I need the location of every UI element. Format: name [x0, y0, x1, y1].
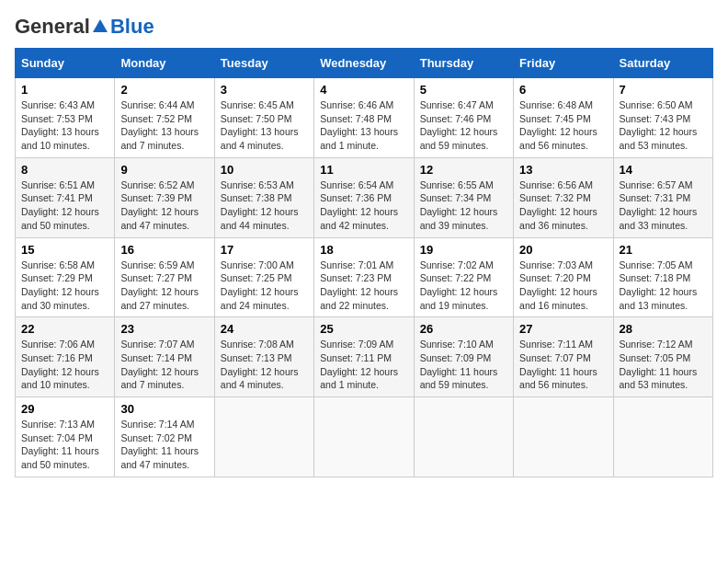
- day-detail: Sunrise: 7:12 AMSunset: 7:05 PMDaylight:…: [620, 339, 698, 390]
- day-number: 4: [320, 83, 407, 97]
- day-number: 23: [120, 322, 208, 336]
- calendar-cell: 3 Sunrise: 6:45 AMSunset: 7:50 PMDayligh…: [214, 78, 313, 158]
- day-number: 29: [21, 402, 108, 416]
- calendar-cell: 24 Sunrise: 7:08 AMSunset: 7:13 PMDaylig…: [214, 317, 313, 397]
- day-detail: Sunrise: 6:43 AMSunset: 7:53 PMDaylight:…: [21, 99, 99, 151]
- day-number: 2: [120, 83, 208, 97]
- day-detail: Sunrise: 6:53 AMSunset: 7:38 PMDaylight:…: [221, 179, 299, 231]
- calendar-cell: 10 Sunrise: 6:53 AMSunset: 7:38 PMDaylig…: [214, 157, 313, 237]
- day-number: 22: [21, 322, 108, 336]
- day-number: 9: [120, 163, 208, 177]
- header-thursday: Thursday: [414, 49, 513, 78]
- calendar-cell: 11 Sunrise: 6:54 AMSunset: 7:36 PMDaylig…: [314, 157, 414, 237]
- day-number: 16: [120, 243, 208, 257]
- header: General Blue: [15, 15, 713, 39]
- day-detail: Sunrise: 7:00 AMSunset: 7:25 PMDaylight:…: [221, 259, 299, 311]
- calendar-table: Sunday Monday Tuesday Wednesday Thursday…: [15, 48, 713, 477]
- calendar-cell: 14 Sunrise: 6:57 AMSunset: 7:31 PMDaylig…: [613, 157, 712, 237]
- calendar-cell: 26 Sunrise: 7:10 AMSunset: 7:09 PMDaylig…: [414, 317, 513, 397]
- calendar-cell: 21 Sunrise: 7:05 AMSunset: 7:18 PMDaylig…: [613, 237, 712, 317]
- calendar-week-row: 29 Sunrise: 7:13 AMSunset: 7:04 PMDaylig…: [16, 397, 713, 477]
- calendar-cell: 1 Sunrise: 6:43 AMSunset: 7:53 PMDayligh…: [16, 78, 115, 158]
- day-detail: Sunrise: 6:59 AMSunset: 7:27 PMDaylight:…: [120, 259, 199, 311]
- day-number: 18: [320, 243, 407, 257]
- calendar-cell: 8 Sunrise: 6:51 AMSunset: 7:41 PMDayligh…: [16, 157, 115, 237]
- calendar-cell: 15 Sunrise: 6:58 AMSunset: 7:29 PMDaylig…: [16, 237, 115, 317]
- calendar-cell: 6 Sunrise: 6:48 AMSunset: 7:45 PMDayligh…: [514, 78, 613, 158]
- calendar-cell: 16 Sunrise: 6:59 AMSunset: 7:27 PMDaylig…: [115, 237, 214, 317]
- day-number: 28: [620, 322, 707, 336]
- day-detail: Sunrise: 6:45 AMSunset: 7:50 PMDaylight:…: [221, 99, 299, 151]
- calendar-cell: [414, 397, 513, 477]
- day-detail: Sunrise: 6:56 AMSunset: 7:32 PMDaylight:…: [519, 179, 597, 231]
- calendar-cell: 22 Sunrise: 7:06 AMSunset: 7:16 PMDaylig…: [16, 317, 115, 397]
- day-number: 26: [420, 322, 507, 336]
- calendar-cell: 7 Sunrise: 6:50 AMSunset: 7:43 PMDayligh…: [613, 78, 712, 158]
- calendar-cell: 2 Sunrise: 6:44 AMSunset: 7:52 PMDayligh…: [115, 78, 214, 158]
- calendar-cell: 20 Sunrise: 7:03 AMSunset: 7:20 PMDaylig…: [514, 237, 613, 317]
- calendar-cell: [214, 397, 313, 477]
- calendar-cell: 4 Sunrise: 6:46 AMSunset: 7:48 PMDayligh…: [314, 78, 414, 158]
- day-number: 25: [320, 322, 407, 336]
- day-number: 13: [519, 163, 607, 177]
- day-detail: Sunrise: 6:51 AMSunset: 7:41 PMDaylight:…: [21, 179, 99, 231]
- day-detail: Sunrise: 7:02 AMSunset: 7:22 PMDaylight:…: [420, 259, 498, 311]
- day-detail: Sunrise: 7:14 AMSunset: 7:02 PMDaylight:…: [120, 419, 199, 470]
- day-number: 20: [519, 243, 607, 257]
- day-detail: Sunrise: 6:54 AMSunset: 7:36 PMDaylight:…: [320, 179, 398, 231]
- day-number: 12: [420, 163, 507, 177]
- day-detail: Sunrise: 7:09 AMSunset: 7:11 PMDaylight:…: [320, 339, 398, 390]
- day-detail: Sunrise: 7:01 AMSunset: 7:23 PMDaylight:…: [320, 259, 398, 311]
- header-sunday: Sunday: [16, 49, 115, 78]
- day-number: 8: [21, 163, 108, 177]
- day-number: 15: [21, 243, 108, 257]
- day-number: 6: [519, 83, 607, 97]
- header-monday: Monday: [115, 49, 214, 78]
- day-detail: Sunrise: 6:52 AMSunset: 7:39 PMDaylight:…: [120, 179, 199, 231]
- calendar-cell: 19 Sunrise: 7:02 AMSunset: 7:22 PMDaylig…: [414, 237, 513, 317]
- day-detail: Sunrise: 6:50 AMSunset: 7:43 PMDaylight:…: [620, 99, 698, 151]
- calendar-cell: [613, 397, 712, 477]
- day-detail: Sunrise: 7:05 AMSunset: 7:18 PMDaylight:…: [620, 259, 698, 311]
- calendar-cell: 5 Sunrise: 6:47 AMSunset: 7:46 PMDayligh…: [414, 78, 513, 158]
- logo-blue: Blue: [110, 15, 154, 39]
- calendar-cell: 28 Sunrise: 7:12 AMSunset: 7:05 PMDaylig…: [613, 317, 712, 397]
- day-number: 1: [21, 83, 108, 97]
- calendar-cell: 17 Sunrise: 7:00 AMSunset: 7:25 PMDaylig…: [214, 237, 313, 317]
- logo-general: General: [15, 15, 90, 39]
- calendar-cell: 12 Sunrise: 6:55 AMSunset: 7:34 PMDaylig…: [414, 157, 513, 237]
- calendar-week-row: 1 Sunrise: 6:43 AMSunset: 7:53 PMDayligh…: [16, 78, 713, 158]
- day-detail: Sunrise: 7:13 AMSunset: 7:04 PMDaylight:…: [21, 419, 99, 470]
- calendar-cell: 30 Sunrise: 7:14 AMSunset: 7:02 PMDaylig…: [115, 397, 214, 477]
- day-detail: Sunrise: 7:07 AMSunset: 7:14 PMDaylight:…: [120, 339, 199, 390]
- day-detail: Sunrise: 6:57 AMSunset: 7:31 PMDaylight:…: [620, 179, 698, 231]
- day-detail: Sunrise: 6:44 AMSunset: 7:52 PMDaylight:…: [120, 99, 199, 151]
- day-number: 5: [420, 83, 507, 97]
- calendar-cell: 13 Sunrise: 6:56 AMSunset: 7:32 PMDaylig…: [514, 157, 613, 237]
- day-number: 21: [620, 243, 707, 257]
- day-detail: Sunrise: 7:11 AMSunset: 7:07 PMDaylight:…: [519, 339, 597, 390]
- day-number: 11: [320, 163, 407, 177]
- day-number: 14: [620, 163, 707, 177]
- calendar-cell: 29 Sunrise: 7:13 AMSunset: 7:04 PMDaylig…: [16, 397, 115, 477]
- calendar-cell: [514, 397, 613, 477]
- calendar-cell: 9 Sunrise: 6:52 AMSunset: 7:39 PMDayligh…: [115, 157, 214, 237]
- day-detail: Sunrise: 7:06 AMSunset: 7:16 PMDaylight:…: [21, 339, 99, 390]
- calendar-cell: 27 Sunrise: 7:11 AMSunset: 7:07 PMDaylig…: [514, 317, 613, 397]
- day-number: 17: [221, 243, 308, 257]
- day-number: 27: [519, 322, 607, 336]
- calendar-cell: 18 Sunrise: 7:01 AMSunset: 7:23 PMDaylig…: [314, 237, 414, 317]
- day-number: 3: [221, 83, 308, 97]
- calendar-week-row: 22 Sunrise: 7:06 AMSunset: 7:16 PMDaylig…: [16, 317, 713, 397]
- day-detail: Sunrise: 6:58 AMSunset: 7:29 PMDaylight:…: [21, 259, 99, 311]
- header-tuesday: Tuesday: [214, 49, 313, 78]
- day-number: 7: [620, 83, 707, 97]
- day-number: 24: [221, 322, 308, 336]
- calendar-cell: [314, 397, 414, 477]
- day-detail: Sunrise: 6:47 AMSunset: 7:46 PMDaylight:…: [420, 99, 498, 151]
- day-detail: Sunrise: 6:48 AMSunset: 7:45 PMDaylight:…: [519, 99, 597, 151]
- day-detail: Sunrise: 6:46 AMSunset: 7:48 PMDaylight:…: [320, 99, 398, 151]
- day-number: 10: [221, 163, 308, 177]
- header-saturday: Saturday: [613, 49, 712, 78]
- weekday-header-row: Sunday Monday Tuesday Wednesday Thursday…: [16, 49, 713, 78]
